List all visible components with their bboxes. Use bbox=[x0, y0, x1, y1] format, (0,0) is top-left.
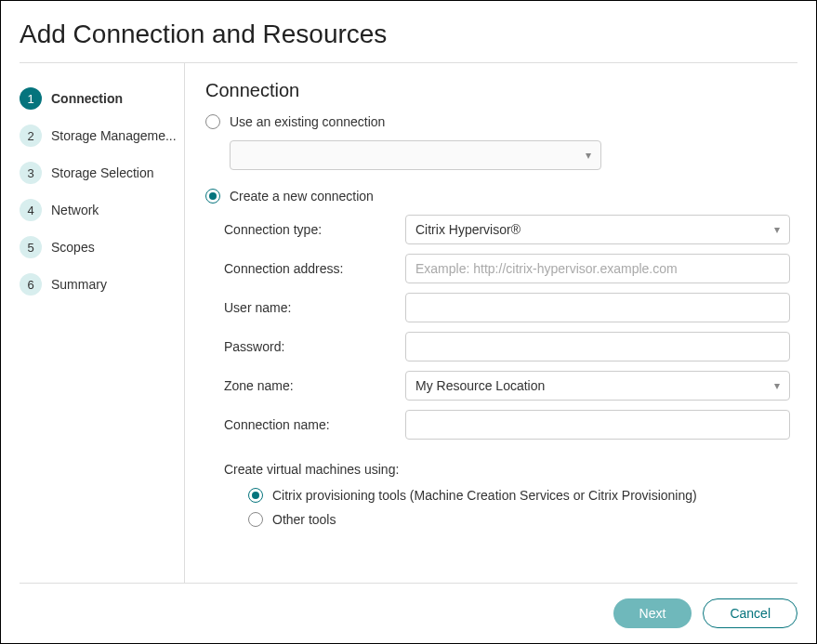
password-input-wrap bbox=[405, 332, 790, 361]
next-button[interactable]: Next bbox=[613, 598, 692, 628]
row-password: Password: bbox=[224, 332, 790, 361]
connection-type-label: Connection type: bbox=[224, 222, 405, 237]
step-number: 6 bbox=[20, 273, 42, 296]
step-network[interactable]: 4 Network bbox=[20, 191, 184, 229]
step-number: 2 bbox=[20, 125, 42, 147]
step-label: Connection bbox=[51, 91, 123, 106]
cancel-button[interactable]: Cancel bbox=[703, 598, 797, 628]
use-existing-label: Use an existing connection bbox=[230, 114, 385, 129]
row-zone-name: Zone name: My Resource Location ▾ bbox=[224, 371, 790, 401]
connection-type-value: Citrix Hypervisor® bbox=[415, 222, 521, 237]
zone-name-value: My Resource Location bbox=[415, 378, 545, 393]
connection-name-label: Connection name: bbox=[224, 417, 405, 432]
step-number: 3 bbox=[20, 162, 42, 184]
user-name-input-wrap bbox=[405, 293, 790, 322]
header: Add Connection and Resources bbox=[1, 1, 816, 62]
step-label: Scopes bbox=[51, 240, 95, 255]
zone-name-select[interactable]: My Resource Location ▾ bbox=[405, 371, 790, 401]
step-storage-selection[interactable]: 3 Storage Selection bbox=[20, 154, 184, 191]
step-scopes[interactable]: 5 Scopes bbox=[20, 229, 184, 266]
step-number: 1 bbox=[20, 87, 42, 110]
radio-icon bbox=[205, 189, 220, 204]
connection-type-select[interactable]: Citrix Hypervisor® ▾ bbox=[405, 215, 790, 244]
connection-name-input[interactable] bbox=[415, 411, 780, 439]
radio-icon bbox=[248, 512, 263, 527]
step-summary[interactable]: 6 Summary bbox=[20, 266, 184, 303]
create-new-radio[interactable]: Create a new connection bbox=[205, 189, 790, 204]
step-storage-management[interactable]: 2 Storage Manageme... bbox=[20, 117, 184, 154]
vm-tools-radio[interactable]: Citrix provisioning tools (Machine Creat… bbox=[248, 488, 790, 503]
zone-name-label: Zone name: bbox=[224, 378, 405, 393]
row-connection-type: Connection type: Citrix Hypervisor® ▾ bbox=[224, 215, 790, 244]
page-title: Add Connection and Resources bbox=[20, 20, 797, 49]
step-label: Storage Selection bbox=[51, 165, 154, 180]
password-label: Password: bbox=[224, 339, 405, 354]
row-connection-address: Connection address: bbox=[224, 254, 790, 283]
chevron-down-icon: ▾ bbox=[586, 149, 591, 162]
existing-select-wrap: ▾ bbox=[230, 140, 790, 170]
row-user-name: User name: bbox=[224, 293, 790, 322]
step-label: Storage Manageme... bbox=[51, 128, 177, 143]
main-panel: Connection Use an existing connection ▾ … bbox=[185, 63, 797, 583]
radio-icon bbox=[248, 488, 263, 503]
connection-address-input[interactable] bbox=[415, 255, 780, 283]
step-label: Summary bbox=[51, 277, 107, 292]
connection-address-input-wrap bbox=[405, 254, 790, 283]
step-label: Network bbox=[51, 203, 99, 217]
vm-tools-label: Citrix provisioning tools (Machine Creat… bbox=[272, 488, 697, 503]
user-name-input[interactable] bbox=[415, 294, 780, 322]
step-number: 5 bbox=[20, 236, 42, 258]
create-new-label: Create a new connection bbox=[230, 189, 374, 204]
chevron-down-icon: ▾ bbox=[774, 379, 780, 392]
vm-other-radio[interactable]: Other tools bbox=[248, 512, 790, 527]
vm-section: Create virtual machines using: Citrix pr… bbox=[224, 462, 790, 527]
use-existing-radio[interactable]: Use an existing connection bbox=[205, 114, 790, 129]
chevron-down-icon: ▾ bbox=[774, 223, 780, 236]
footer: Next Cancel bbox=[20, 583, 797, 643]
sidebar: 1 Connection 2 Storage Manageme... 3 Sto… bbox=[20, 63, 185, 583]
vm-heading: Create virtual machines using: bbox=[224, 462, 790, 477]
password-input[interactable] bbox=[415, 333, 780, 361]
connection-form: Connection type: Citrix Hypervisor® ▾ Co… bbox=[224, 215, 790, 440]
body: 1 Connection 2 Storage Manageme... 3 Sto… bbox=[1, 63, 816, 583]
connection-address-label: Connection address: bbox=[224, 261, 405, 276]
user-name-label: User name: bbox=[224, 300, 405, 315]
vm-other-label: Other tools bbox=[272, 512, 336, 527]
radio-icon bbox=[205, 114, 220, 129]
step-connection[interactable]: 1 Connection bbox=[20, 80, 184, 117]
row-connection-name: Connection name: bbox=[224, 410, 790, 440]
existing-connection-select[interactable]: ▾ bbox=[230, 140, 601, 170]
connection-name-input-wrap bbox=[405, 410, 790, 440]
step-number: 4 bbox=[20, 199, 42, 221]
section-heading: Connection bbox=[205, 80, 790, 101]
